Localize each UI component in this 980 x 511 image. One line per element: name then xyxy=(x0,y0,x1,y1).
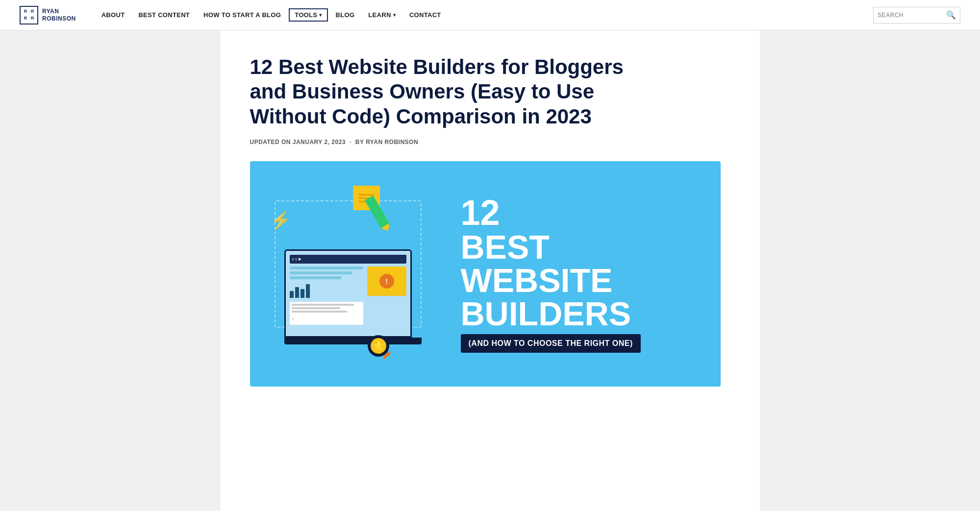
magnifier-icon: ⭐ xyxy=(368,335,395,362)
nav-item-tools[interactable]: TOOLS xyxy=(289,8,327,22)
content-area: 12 Best Website Builders for Bloggers an… xyxy=(221,30,760,511)
main-nav: ABOUT BEST CONTENT HOW TO START A BLOG T… xyxy=(96,8,873,22)
logo-icon: RR RR xyxy=(20,6,38,24)
hero-word2: WEBSITE xyxy=(461,264,691,297)
search-area: 🔍 xyxy=(873,7,960,24)
article-title: 12 Best Website Builders for Bloggers an… xyxy=(250,55,642,129)
hero-word1: BEST xyxy=(461,230,691,264)
nav-item-how-to-start[interactable]: HOW TO START A BLOG xyxy=(198,8,287,22)
meta-separator: · xyxy=(350,139,352,146)
site-header: RR RR RYAN ROBINSON ABOUT BEST CONTENT H… xyxy=(0,0,980,30)
laptop-base xyxy=(284,338,422,344)
lightning-icon: ⚡ xyxy=(270,210,292,231)
meta-updated: UPDATED ON JANUARY 2, 2023 xyxy=(250,139,346,146)
hero-text: 12 BEST WEBSITE BUILDERS (AND HOW TO CHO… xyxy=(441,195,691,353)
laptop-illustration: ft▶ xyxy=(284,249,422,357)
search-input[interactable] xyxy=(878,12,946,19)
hero-illustration: ⚡ ft▶ xyxy=(275,181,441,367)
nav-item-about[interactable]: ABOUT xyxy=(96,8,131,22)
hero-tagline: (AND HOW TO CHOOSE THE RIGHT ONE) xyxy=(469,339,633,347)
nav-item-contact[interactable]: CONTACT xyxy=(403,8,447,22)
laptop-screen: ft▶ xyxy=(284,249,412,338)
hero-number: 12 xyxy=(461,195,691,230)
search-icon[interactable]: 🔍 xyxy=(946,10,956,20)
page-wrapper: 12 Best Website Builders for Bloggers an… xyxy=(0,30,980,511)
screen-top-bar: ft▶ xyxy=(290,255,406,264)
nav-item-best-content[interactable]: BEST CONTENT xyxy=(132,8,196,22)
hero-tagline-box: (AND HOW TO CHOOSE THE RIGHT ONE) xyxy=(461,334,641,353)
meta-author: BY RYAN ROBINSON xyxy=(355,139,418,146)
article-meta: UPDATED ON JANUARY 2, 2023 · BY RYAN ROB… xyxy=(250,139,730,146)
hero-word3: BUILDERS xyxy=(461,297,691,330)
screen-content: ❝ ! xyxy=(290,267,406,332)
screen-card: ! xyxy=(367,267,406,296)
nav-item-blog[interactable]: BLOG xyxy=(330,8,361,22)
logo-text: RYAN ROBINSON xyxy=(42,8,76,22)
site-logo[interactable]: RR RR RYAN ROBINSON xyxy=(20,6,76,24)
nav-item-learn[interactable]: LEARN xyxy=(362,8,402,22)
hero-image: ⚡ ft▶ xyxy=(250,161,721,387)
